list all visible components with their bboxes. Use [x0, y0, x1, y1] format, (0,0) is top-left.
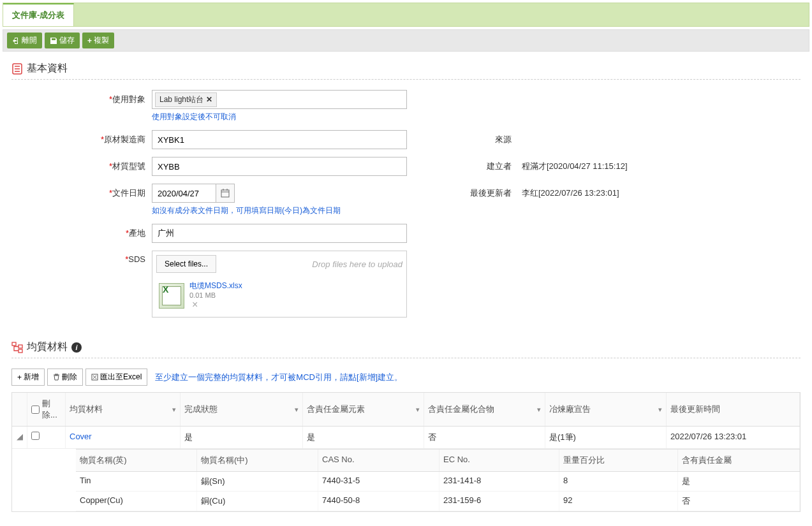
filter-icon[interactable]: ▾ — [416, 405, 420, 414]
model-label: *材質型號 — [11, 157, 152, 172]
calendar-icon — [221, 189, 230, 198]
sub-header-resp[interactable]: 含有責任金屬 — [678, 449, 800, 471]
header-resp-compound[interactable]: 含責任金屬化合物▾ — [424, 393, 545, 426]
calendar-button[interactable] — [216, 184, 235, 203]
row-metal: 是 — [303, 427, 424, 448]
chip-remove-icon[interactable]: ✕ — [206, 95, 212, 104]
sub-grid: 物質名稱(英) 物質名稱(中) CAS No. EC No. 重量百分比 含有責… — [76, 449, 800, 511]
save-label: 儲存 — [59, 35, 75, 46]
sub-row: Tin錫(Sn)7440-31-5231-141-88是 — [76, 472, 800, 492]
row-checkbox[interactable] — [31, 432, 40, 440]
sub-header-cas[interactable]: CAS No. — [318, 449, 439, 471]
updater-label: 最後更新者 — [407, 184, 522, 199]
section-materials-title: 均質材料 — [27, 340, 68, 354]
select-files-button[interactable]: Select files... — [156, 255, 216, 273]
svg-rect-10 — [18, 349, 22, 353]
target-label: *使用對象 — [11, 90, 152, 105]
save-icon — [50, 37, 57, 45]
plus-icon: + — [87, 36, 92, 45]
excel-icon — [91, 374, 98, 381]
sub-zh: 錫(Sn) — [197, 472, 318, 491]
filter-icon[interactable]: ▾ — [537, 405, 541, 414]
tab-composition[interactable]: 文件庫-成分表 — [3, 3, 74, 26]
header-delete[interactable]: 刪除... — [27, 393, 66, 426]
target-input[interactable]: Lab light站台 ✕ — [152, 90, 407, 109]
sub-en: Copper(Cu) — [76, 492, 197, 511]
target-help: 使用對象設定後不可取消 — [152, 112, 407, 122]
file-remove-icon[interactable]: × — [192, 299, 242, 310]
leave-button[interactable]: 離開 — [7, 33, 42, 48]
upload-box: Select files... Drop files here to uploa… — [152, 251, 407, 318]
info-icon[interactable]: i — [71, 342, 82, 353]
select-all-checkbox[interactable] — [31, 405, 40, 414]
target-chip: Lab light站台 ✕ — [155, 92, 217, 107]
tree-icon — [11, 342, 23, 353]
row-expander[interactable]: ◢ — [12, 427, 27, 448]
row-updated: 2022/07/26 13:23:01 — [667, 427, 800, 448]
table-row: ◢ Cover 是 是 否 是(1筆) 2022/07/26 13:23:01 — [12, 427, 800, 449]
grid-header: 刪除... 均質材料▾ 完成狀態▾ 含責任金屬元素▾ 含責任金屬化合物▾ 冶煉廠… — [12, 393, 800, 427]
sub-ec: 231-141-8 — [439, 472, 559, 491]
date-help: 如沒有成分表文件日期，可用填寫日期(今日)為文件日期 — [152, 205, 407, 216]
manufacturer-label: *原材製造商 — [11, 130, 152, 145]
creator-value: 程滿才[2020/04/27 11:15:12] — [522, 157, 628, 172]
date-input[interactable] — [152, 184, 216, 203]
file-size: 0.01 MB — [189, 291, 242, 299]
sub-en: Tin — [76, 472, 197, 491]
tab-bar: 文件庫-成分表 — [3, 3, 809, 27]
row-status: 是 — [181, 427, 303, 448]
model-input[interactable] — [152, 157, 407, 176]
header-updated[interactable]: 最後更新時間 — [667, 393, 800, 426]
filter-icon[interactable]: ▾ — [295, 405, 299, 414]
toolbar: 離開 儲存 + 複製 — [3, 29, 809, 52]
save-button[interactable]: 儲存 — [45, 33, 80, 48]
header-resp-metal[interactable]: 含責任金屬元素▾ — [303, 393, 424, 426]
sub-row: Copper(Cu)銅(Cu)7440-50-8231-159-692否 — [76, 492, 800, 511]
sub-cas: 7440-31-5 — [318, 472, 439, 491]
svg-rect-4 — [221, 190, 229, 197]
sub-header-weight[interactable]: 重量百分比 — [559, 449, 678, 471]
leave-label: 離開 — [22, 35, 37, 46]
sub-resp: 否 — [678, 492, 800, 511]
copy-button[interactable]: + 複製 — [82, 33, 114, 48]
file-item: 电缆MSDS.xlsx 0.01 MB × — [156, 278, 402, 313]
filter-icon[interactable]: ▾ — [658, 405, 662, 414]
sub-header-zh[interactable]: 物質名稱(中) — [197, 449, 318, 471]
material-link[interactable]: Cover — [70, 432, 92, 441]
section-basic-title: 基本資料 — [27, 62, 68, 75]
copy-label: 複製 — [94, 35, 109, 46]
section-materials-header: 均質材料 i — [11, 337, 801, 358]
creator-label: 建立者 — [407, 157, 522, 172]
svg-rect-9 — [18, 345, 22, 348]
sub-header: 物質名稱(英) 物質名稱(中) CAS No. EC No. 重量百分比 含有責… — [76, 449, 800, 472]
origin-input[interactable] — [152, 224, 407, 243]
sub-header-en[interactable]: 物質名稱(英) — [76, 449, 197, 471]
sub-weight: 92 — [559, 492, 678, 511]
manufacturer-input[interactable] — [152, 130, 407, 149]
updater-value: 李红[2022/07/26 13:23:01] — [522, 184, 619, 199]
export-excel-button[interactable]: 匯出至Excel — [85, 369, 147, 386]
exit-icon — [12, 37, 20, 45]
svg-rect-8 — [12, 342, 16, 346]
grid-hint: 至少建立一個完整的均質材料，才可被MCD引用，請點[新增]建立。 — [155, 372, 402, 383]
date-label: *文件日期 — [11, 184, 152, 199]
origin-label: *產地 — [11, 224, 152, 239]
trash-icon — [53, 374, 60, 381]
excel-file-icon — [159, 283, 184, 309]
header-smelter[interactable]: 冶煉廠宣告▾ — [545, 393, 667, 426]
sub-cas: 7440-50-8 — [318, 492, 439, 511]
delete-button[interactable]: 刪除 — [47, 369, 83, 386]
sub-header-ec[interactable]: EC No. — [439, 449, 559, 471]
filter-icon[interactable]: ▾ — [172, 405, 176, 414]
header-status[interactable]: 完成狀態▾ — [181, 393, 303, 426]
row-compound: 否 — [424, 427, 545, 448]
document-icon — [11, 63, 23, 75]
row-smelter: 是(1筆) — [545, 427, 667, 448]
file-name[interactable]: 电缆MSDS.xlsx — [189, 281, 242, 291]
plus-icon: + — [17, 373, 22, 382]
header-material[interactable]: 均質材料▾ — [66, 393, 181, 426]
drop-hint: Drop files here to upload — [312, 259, 402, 269]
sub-weight: 8 — [559, 472, 678, 491]
add-button[interactable]: +新增 — [11, 369, 45, 386]
section-basic-header: 基本資料 — [11, 58, 801, 79]
